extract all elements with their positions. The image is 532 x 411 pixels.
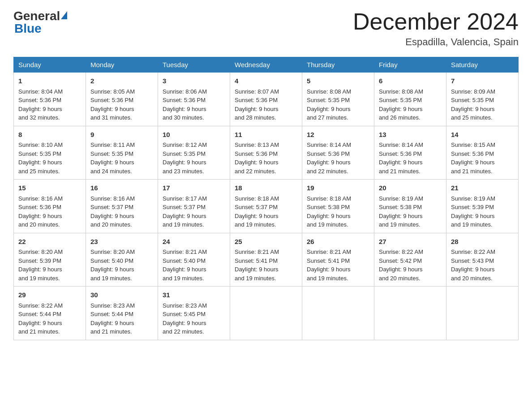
calendar-cell: 23Sunrise: 8:20 AMSunset: 5:40 PMDayligh… bbox=[86, 233, 158, 287]
day-number: 16 bbox=[90, 183, 153, 193]
calendar-cell: 30Sunrise: 8:23 AMSunset: 5:44 PMDayligh… bbox=[86, 287, 158, 340]
calendar-cell: 15Sunrise: 8:16 AMSunset: 5:36 PMDayligh… bbox=[14, 180, 86, 233]
day-number: 8 bbox=[18, 130, 81, 140]
week-row-2: 8Sunrise: 8:10 AMSunset: 5:35 PMDaylight… bbox=[14, 126, 519, 180]
logo: General Blue bbox=[13, 9, 67, 36]
calendar-cell: 7Sunrise: 8:09 AMSunset: 5:35 PMDaylight… bbox=[446, 73, 519, 126]
day-number: 9 bbox=[90, 130, 153, 140]
month-title: December 2024 bbox=[353, 9, 519, 34]
weekday-header-saturday: Saturday bbox=[446, 57, 519, 73]
day-number: 20 bbox=[379, 183, 442, 193]
calendar-cell: 6Sunrise: 8:08 AMSunset: 5:35 PMDaylight… bbox=[374, 73, 446, 126]
day-number: 6 bbox=[379, 76, 442, 86]
calendar-cell: 11Sunrise: 8:13 AMSunset: 5:36 PMDayligh… bbox=[230, 126, 302, 180]
day-number: 23 bbox=[90, 237, 153, 247]
week-row-1: 1Sunrise: 8:04 AMSunset: 5:36 PMDaylight… bbox=[14, 73, 519, 126]
calendar-cell: 29Sunrise: 8:22 AMSunset: 5:44 PMDayligh… bbox=[14, 287, 86, 340]
day-number: 29 bbox=[18, 290, 81, 300]
calendar-cell: 21Sunrise: 8:19 AMSunset: 5:39 PMDayligh… bbox=[446, 180, 519, 233]
calendar-table: SundayMondayTuesdayWednesdayThursdayFrid… bbox=[13, 57, 519, 340]
weekday-header-tuesday: Tuesday bbox=[158, 57, 230, 73]
week-row-3: 15Sunrise: 8:16 AMSunset: 5:36 PMDayligh… bbox=[14, 180, 519, 233]
weekday-header-friday: Friday bbox=[374, 57, 446, 73]
calendar-cell: 16Sunrise: 8:16 AMSunset: 5:37 PMDayligh… bbox=[86, 180, 158, 233]
calendar-body: 1Sunrise: 8:04 AMSunset: 5:36 PMDaylight… bbox=[14, 73, 519, 340]
calendar-cell: 12Sunrise: 8:14 AMSunset: 5:36 PMDayligh… bbox=[302, 126, 374, 180]
day-number: 18 bbox=[235, 183, 297, 193]
calendar-cell: 28Sunrise: 8:22 AMSunset: 5:43 PMDayligh… bbox=[446, 233, 519, 287]
page-header: General Blue December 2024 Espadilla, Va… bbox=[13, 9, 519, 48]
day-number: 11 bbox=[235, 130, 297, 140]
day-number: 1 bbox=[18, 76, 81, 86]
day-number: 3 bbox=[163, 76, 225, 86]
calendar-cell: 27Sunrise: 8:22 AMSunset: 5:42 PMDayligh… bbox=[374, 233, 446, 287]
day-number: 24 bbox=[163, 237, 225, 247]
day-number: 25 bbox=[235, 237, 297, 247]
day-number: 15 bbox=[18, 183, 81, 193]
calendar-cell: 14Sunrise: 8:15 AMSunset: 5:36 PMDayligh… bbox=[446, 126, 519, 180]
day-number: 19 bbox=[307, 183, 369, 193]
calendar-cell: 19Sunrise: 8:18 AMSunset: 5:38 PMDayligh… bbox=[302, 180, 374, 233]
calendar-cell bbox=[230, 287, 302, 340]
weekday-header-sunday: Sunday bbox=[14, 57, 86, 73]
day-number: 28 bbox=[451, 237, 514, 247]
calendar-cell: 25Sunrise: 8:21 AMSunset: 5:41 PMDayligh… bbox=[230, 233, 302, 287]
calendar-cell: 13Sunrise: 8:14 AMSunset: 5:36 PMDayligh… bbox=[374, 126, 446, 180]
day-number: 7 bbox=[451, 76, 514, 86]
day-number: 13 bbox=[379, 130, 442, 140]
weekday-header-thursday: Thursday bbox=[302, 57, 374, 73]
calendar-cell: 24Sunrise: 8:21 AMSunset: 5:40 PMDayligh… bbox=[158, 233, 230, 287]
day-number: 31 bbox=[163, 290, 225, 300]
calendar-header-row: SundayMondayTuesdayWednesdayThursdayFrid… bbox=[14, 57, 519, 73]
calendar-cell bbox=[446, 287, 519, 340]
calendar-cell: 9Sunrise: 8:11 AMSunset: 5:35 PMDaylight… bbox=[86, 126, 158, 180]
calendar-cell: 2Sunrise: 8:05 AMSunset: 5:36 PMDaylight… bbox=[86, 73, 158, 126]
calendar-cell: 26Sunrise: 8:21 AMSunset: 5:41 PMDayligh… bbox=[302, 233, 374, 287]
day-number: 5 bbox=[307, 76, 369, 86]
calendar-cell: 20Sunrise: 8:19 AMSunset: 5:38 PMDayligh… bbox=[374, 180, 446, 233]
calendar-cell: 5Sunrise: 8:08 AMSunset: 5:35 PMDaylight… bbox=[302, 73, 374, 126]
day-number: 27 bbox=[379, 237, 442, 247]
title-section: December 2024 Espadilla, Valencia, Spain bbox=[353, 9, 519, 48]
day-number: 30 bbox=[90, 290, 153, 300]
day-number: 17 bbox=[163, 183, 225, 193]
location-title: Espadilla, Valencia, Spain bbox=[353, 36, 519, 48]
calendar-cell: 31Sunrise: 8:23 AMSunset: 5:45 PMDayligh… bbox=[158, 287, 230, 340]
day-number: 14 bbox=[451, 130, 514, 140]
calendar-cell: 4Sunrise: 8:07 AMSunset: 5:36 PMDaylight… bbox=[230, 73, 302, 126]
day-number: 12 bbox=[307, 130, 369, 140]
weekday-header-monday: Monday bbox=[86, 57, 158, 73]
logo-triangle-icon bbox=[61, 11, 67, 19]
day-number: 4 bbox=[235, 76, 297, 86]
calendar-cell: 18Sunrise: 8:18 AMSunset: 5:37 PMDayligh… bbox=[230, 180, 302, 233]
calendar-cell: 3Sunrise: 8:06 AMSunset: 5:36 PMDaylight… bbox=[158, 73, 230, 126]
calendar-cell bbox=[302, 287, 374, 340]
week-row-5: 29Sunrise: 8:22 AMSunset: 5:44 PMDayligh… bbox=[14, 287, 519, 340]
calendar-cell: 17Sunrise: 8:17 AMSunset: 5:37 PMDayligh… bbox=[158, 180, 230, 233]
calendar-cell bbox=[374, 287, 446, 340]
week-row-4: 22Sunrise: 8:20 AMSunset: 5:39 PMDayligh… bbox=[14, 233, 519, 287]
day-number: 10 bbox=[163, 130, 225, 140]
calendar-cell: 10Sunrise: 8:12 AMSunset: 5:35 PMDayligh… bbox=[158, 126, 230, 180]
day-number: 22 bbox=[18, 237, 81, 247]
weekday-header-wednesday: Wednesday bbox=[230, 57, 302, 73]
calendar-cell: 1Sunrise: 8:04 AMSunset: 5:36 PMDaylight… bbox=[14, 73, 86, 126]
calendar-cell: 8Sunrise: 8:10 AMSunset: 5:35 PMDaylight… bbox=[14, 126, 86, 180]
day-number: 2 bbox=[90, 76, 153, 86]
logo-blue-text: Blue bbox=[14, 21, 42, 36]
day-number: 26 bbox=[307, 237, 369, 247]
calendar-cell: 22Sunrise: 8:20 AMSunset: 5:39 PMDayligh… bbox=[14, 233, 86, 287]
day-number: 21 bbox=[451, 183, 514, 193]
